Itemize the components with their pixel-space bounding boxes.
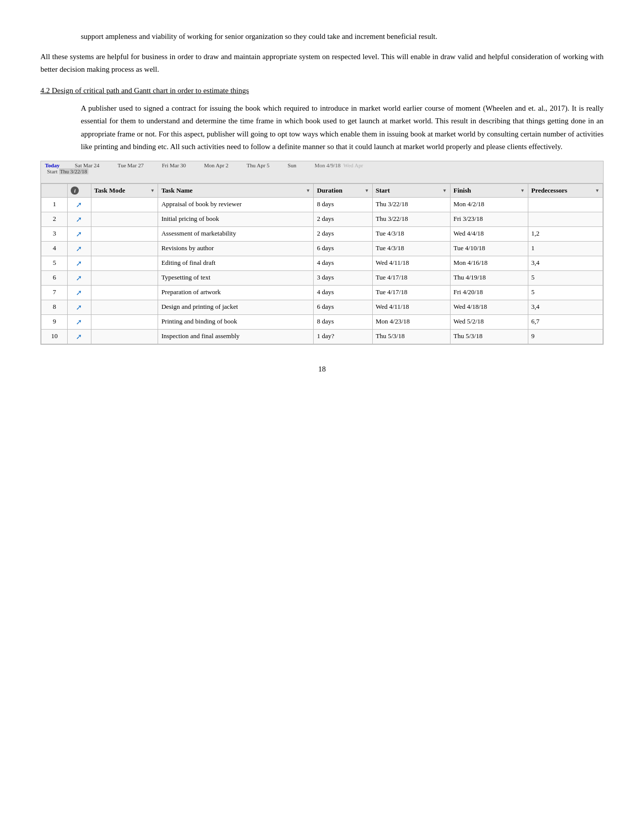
cell-duration: 8 days	[314, 314, 372, 329]
timeline-today: Today	[45, 162, 60, 168]
table-row: 1 ➚ Appraisal of book by reviewer 8 days…	[41, 197, 603, 212]
cell-predecessors: 3,4	[528, 256, 603, 270]
cell-start: Thu 5/3/18	[372, 329, 450, 344]
task-mode-icon: ➚	[76, 303, 82, 311]
cell-mode	[91, 285, 158, 300]
table-row: 6 ➚ Typesetting of text 3 days Tue 4/17/…	[41, 270, 603, 285]
page-number: 18	[40, 365, 604, 374]
cell-num: 3	[41, 226, 68, 241]
th-task-mode: Task Mode ▼	[91, 183, 158, 197]
table-row: 3 ➚ Assessment of marketability 2 days T…	[41, 226, 603, 241]
cell-duration: 8 days	[314, 197, 372, 212]
cell-predecessors: 5	[528, 285, 603, 300]
cell-name: Typesetting of text	[158, 270, 314, 285]
cell-mode	[91, 212, 158, 226]
cell-finish: Tue 4/10/18	[450, 241, 528, 256]
table-row: 5 ➚ Editing of final draft 4 days Wed 4/…	[41, 256, 603, 270]
cell-icon: ➚	[68, 256, 91, 270]
cell-start: Mon 4/23/18	[372, 314, 450, 329]
cell-num: 1	[41, 197, 68, 212]
th-task-name: Task Name ▼	[158, 183, 314, 197]
cell-start: Tue 4/17/18	[372, 285, 450, 300]
cell-predecessors	[528, 212, 603, 226]
task-mode-icon: ➚	[76, 333, 82, 341]
timeline-date-3: Mon Apr 2	[204, 162, 228, 168]
paragraph-1-text: support ampleness and viability of worki…	[81, 32, 437, 40]
cell-name: Printing and binding of book	[158, 314, 314, 329]
table-header-row: i Task Mode ▼ Task Name ▼ Durat	[41, 183, 603, 197]
task-mode-icon: ➚	[76, 274, 82, 282]
cell-duration: 6 days	[314, 241, 372, 256]
cell-icon: ➚	[68, 212, 91, 226]
task-mode-icon: ➚	[76, 245, 82, 253]
task-mode-icon: ➚	[76, 259, 82, 267]
cell-predecessors: 3,4	[528, 300, 603, 314]
th-predecessors: Predecessors ▼	[528, 183, 603, 197]
cell-finish: Mon 4/16/18	[450, 256, 528, 270]
paragraph-1: support ampleness and viability of worki…	[81, 30, 604, 43]
timeline-date-5: Sun	[288, 162, 296, 168]
cell-icon: ➚	[68, 270, 91, 285]
cell-icon: ➚	[68, 241, 91, 256]
gantt-chart: Today Sat Mar 24 Tue Mar 27 Fri Mar 30 M…	[40, 161, 604, 345]
cell-num: 7	[41, 285, 68, 300]
timeline-date-4: Thu Apr 5	[246, 162, 269, 168]
cell-duration: 3 days	[314, 270, 372, 285]
timeline-date-1: Tue Mar 27	[118, 162, 144, 168]
cell-name: Revisions by author	[158, 241, 314, 256]
paragraph-2-text: All these systems are helpful for busine…	[40, 53, 604, 74]
timeline-bar: Today Sat Mar 24 Tue Mar 27 Fri Mar 30 M…	[41, 161, 603, 183]
cell-mode	[91, 270, 158, 285]
cell-predecessors	[528, 197, 603, 212]
cell-duration: 2 days	[314, 226, 372, 241]
table-row: 7 ➚ Preparation of artwork 4 days Tue 4/…	[41, 285, 603, 300]
th-num	[41, 183, 68, 197]
task-mode-icon: ➚	[76, 230, 82, 238]
sort-arrow-name: ▼	[306, 188, 311, 193]
cell-num: 8	[41, 300, 68, 314]
body-paragraph: A publisher used to signed a contract fo…	[81, 102, 604, 154]
cell-icon: ➚	[68, 300, 91, 314]
cell-num: 5	[41, 256, 68, 270]
cell-mode	[91, 256, 158, 270]
timeline-date-2: Fri Mar 30	[162, 162, 186, 168]
body-paragraph-text: A publisher used to signed a contract fo…	[81, 104, 604, 151]
cell-mode	[91, 314, 158, 329]
cell-name: Initial pricing of book	[158, 212, 314, 226]
cell-icon: ➚	[68, 226, 91, 241]
th-finish: Finish ▼	[450, 183, 528, 197]
timeline-date-0: Sat Mar 24	[75, 162, 100, 168]
cell-predecessors: 5	[528, 270, 603, 285]
table-row: 4 ➚ Revisions by author 6 days Tue 4/3/1…	[41, 241, 603, 256]
cell-finish: Mon 4/2/18	[450, 197, 528, 212]
cell-icon: ➚	[68, 285, 91, 300]
cell-num: 6	[41, 270, 68, 285]
sort-arrow-mode: ▼	[150, 188, 155, 193]
timeline-right: Mon 4/9/18 Wed Apr	[315, 162, 363, 168]
th-start: Start ▼	[372, 183, 450, 197]
cell-mode	[91, 197, 158, 212]
cell-mode	[91, 329, 158, 344]
cell-name: Design and printing of jacket	[158, 300, 314, 314]
cell-name: Inspection and final assembly	[158, 329, 314, 344]
cell-duration: 1 day?	[314, 329, 372, 344]
cell-start: Thu 3/22/18	[372, 212, 450, 226]
cell-finish: Fri 3/23/18	[450, 212, 528, 226]
cell-start: Tue 4/3/18	[372, 226, 450, 241]
paragraph-2: All these systems are helpful for busine…	[40, 51, 604, 76]
cell-name: Assessment of marketability	[158, 226, 314, 241]
task-table: i Task Mode ▼ Task Name ▼ Durat	[41, 183, 603, 344]
cell-start: Thu 3/22/18	[372, 197, 450, 212]
cell-finish: Wed 4/4/18	[450, 226, 528, 241]
cell-duration: 6 days	[314, 300, 372, 314]
sort-arrow-start: ▼	[442, 188, 447, 193]
cell-duration: 2 days	[314, 212, 372, 226]
cell-finish: Thu 5/3/18	[450, 329, 528, 344]
timeline-start: Start Thu 3/22/18	[45, 168, 363, 174]
cell-icon: ➚	[68, 329, 91, 344]
table-row: 9 ➚ Printing and binding of book 8 days …	[41, 314, 603, 329]
cell-start: Tue 4/17/18	[372, 270, 450, 285]
cell-icon: ➚	[68, 197, 91, 212]
cell-predecessors: 6,7	[528, 314, 603, 329]
table-row: 10 ➚ Inspection and final assembly 1 day…	[41, 329, 603, 344]
